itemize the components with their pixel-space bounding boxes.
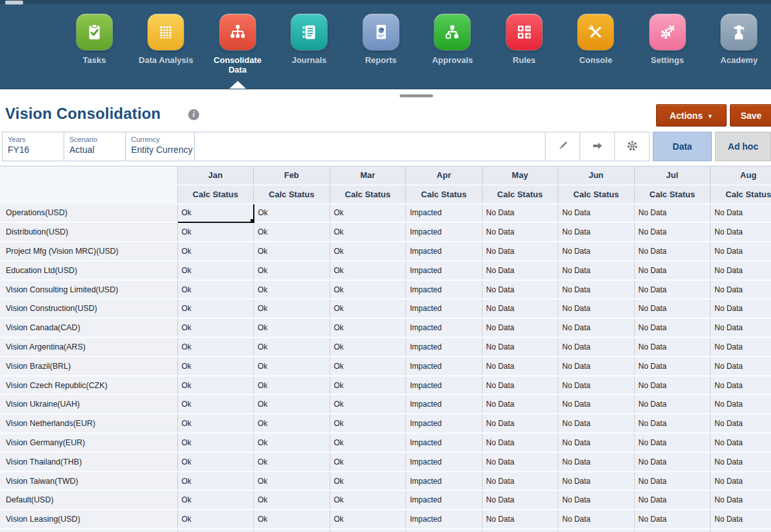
status-cell[interactable]: Ok <box>254 395 330 414</box>
status-cell[interactable]: Impacted <box>406 299 483 318</box>
actions-button[interactable]: Actions▼ <box>656 104 727 127</box>
status-cell[interactable]: No Data <box>711 242 771 261</box>
nav-item-consolidate-data[interactable]: Consolidate Data <box>202 14 274 75</box>
status-cell[interactable]: Ok <box>254 299 330 318</box>
status-cell[interactable]: Ok <box>330 510 406 529</box>
status-cell[interactable]: No Data <box>482 242 558 261</box>
nav-item-settings[interactable]: Settings <box>632 14 704 75</box>
status-cell[interactable]: Ok <box>177 452 254 472</box>
status-cell[interactable]: No Data <box>711 357 771 376</box>
status-cell[interactable]: Impacted <box>406 318 483 337</box>
row-header-entity[interactable]: Vision Czech Republic(CZK) <box>0 376 177 395</box>
status-cell[interactable]: Ok <box>177 433 254 452</box>
status-cell[interactable]: Ok <box>177 280 254 299</box>
status-cell[interactable]: Ok <box>254 472 330 491</box>
status-cell[interactable]: Ok <box>330 242 406 261</box>
status-cell[interactable]: No Data <box>482 318 558 337</box>
status-cell[interactable]: No Data <box>482 472 558 491</box>
row-header-entity[interactable]: Vision Netherlands(EUR) <box>0 414 177 433</box>
column-header-month[interactable]: Mar <box>330 166 406 185</box>
status-cell[interactable]: No Data <box>634 357 711 376</box>
status-cell[interactable]: Ok <box>254 222 330 242</box>
status-cell[interactable]: No Data <box>634 242 711 261</box>
status-cell[interactable]: Ok <box>330 472 406 491</box>
status-cell[interactable]: No Data <box>634 318 711 337</box>
status-cell[interactable]: Ok <box>177 472 254 491</box>
status-cell[interactable]: Ok <box>177 318 254 337</box>
status-cell[interactable]: Ok <box>330 490 406 510</box>
save-button[interactable]: Save <box>730 104 771 127</box>
status-cell[interactable]: Ok <box>330 414 406 433</box>
row-header-entity[interactable]: Vision Canada(CAD) <box>0 318 177 337</box>
column-header-month[interactable]: May <box>482 166 558 185</box>
status-cell[interactable]: No Data <box>558 337 635 357</box>
status-cell[interactable]: No Data <box>634 510 711 529</box>
status-cell[interactable]: No Data <box>558 204 635 223</box>
status-cell[interactable]: No Data <box>711 510 771 529</box>
status-cell[interactable]: No Data <box>711 318 771 337</box>
gear-button[interactable] <box>614 132 650 161</box>
status-cell[interactable]: No Data <box>634 222 711 242</box>
status-cell[interactable]: No Data <box>711 337 771 357</box>
status-cell[interactable]: Ok <box>330 299 406 318</box>
nav-item-console[interactable]: Console <box>560 14 632 75</box>
status-cell[interactable]: No Data <box>558 222 635 242</box>
row-header-entity[interactable]: Project Mfg (Vision MRC)(USD) <box>0 242 177 261</box>
status-cell[interactable]: Ok <box>254 510 330 529</box>
status-cell[interactable]: No Data <box>558 261 635 280</box>
status-cell[interactable]: No Data <box>634 395 711 414</box>
row-header-entity[interactable]: Vision Leasing(USD) <box>0 510 177 529</box>
status-cell[interactable]: No Data <box>558 357 635 376</box>
column-header-month[interactable]: Jan <box>177 166 254 185</box>
nav-collapse-handle[interactable] <box>400 94 433 97</box>
status-cell[interactable]: Ok <box>254 414 330 433</box>
status-cell[interactable]: No Data <box>634 433 711 452</box>
tab-ad-hoc[interactable]: Ad hoc <box>715 132 771 161</box>
info-icon[interactable]: i <box>188 109 199 120</box>
status-cell[interactable]: No Data <box>558 299 635 318</box>
status-cell[interactable]: No Data <box>482 261 558 280</box>
status-cell[interactable]: No Data <box>634 261 711 280</box>
pov-currency[interactable]: Currency Entity Currency <box>125 132 195 161</box>
column-header-month[interactable]: Apr <box>406 166 483 185</box>
status-cell[interactable]: Impacted <box>406 490 483 510</box>
status-cell[interactable]: Impacted <box>406 414 483 433</box>
column-header-measure[interactable]: Calc Status <box>711 185 771 204</box>
status-cell[interactable]: No Data <box>482 395 558 414</box>
status-cell[interactable]: No Data <box>482 357 558 376</box>
status-cell[interactable]: No Data <box>634 280 711 299</box>
status-cell[interactable]: Ok <box>254 204 330 223</box>
status-cell[interactable]: No Data <box>711 299 771 318</box>
status-cell[interactable]: No Data <box>634 414 711 433</box>
nav-item-tasks[interactable]: Tasks <box>58 14 130 75</box>
status-cell[interactable]: No Data <box>711 472 771 491</box>
status-cell[interactable]: Ok <box>254 242 330 261</box>
status-cell[interactable]: Ok <box>177 299 254 318</box>
status-cell[interactable]: No Data <box>482 433 558 452</box>
status-cell[interactable]: Impacted <box>406 376 483 395</box>
status-cell[interactable]: Impacted <box>406 357 483 376</box>
status-cell[interactable]: No Data <box>634 337 711 357</box>
row-header-entity[interactable]: Vision Thailand(THB) <box>0 452 177 472</box>
status-cell[interactable]: Ok <box>330 337 406 357</box>
nav-item-approvals[interactable]: Approvals <box>417 14 489 75</box>
nav-item-data-analysis[interactable]: Data Analysis <box>130 14 202 75</box>
status-cell[interactable]: No Data <box>482 376 558 395</box>
status-cell[interactable]: Ok <box>254 261 330 280</box>
status-cell[interactable]: No Data <box>482 337 558 357</box>
status-cell[interactable]: No Data <box>711 280 771 299</box>
nav-item-journals[interactable]: Journals <box>274 14 346 75</box>
status-cell[interactable]: No Data <box>558 452 635 472</box>
status-cell[interactable]: No Data <box>711 395 771 414</box>
status-cell[interactable]: No Data <box>558 510 635 529</box>
column-header-measure[interactable]: Calc Status <box>482 185 558 204</box>
status-cell[interactable]: Ok <box>177 261 254 280</box>
status-cell[interactable]: No Data <box>482 204 558 223</box>
status-cell[interactable]: Ok <box>254 357 330 376</box>
status-cell[interactable]: Ok <box>330 204 406 223</box>
status-cell[interactable]: No Data <box>482 222 558 242</box>
status-cell[interactable]: No Data <box>634 472 711 491</box>
status-cell[interactable]: No Data <box>634 376 711 395</box>
column-header-measure[interactable]: Calc Status <box>177 185 254 204</box>
status-cell[interactable]: Ok <box>330 261 406 280</box>
